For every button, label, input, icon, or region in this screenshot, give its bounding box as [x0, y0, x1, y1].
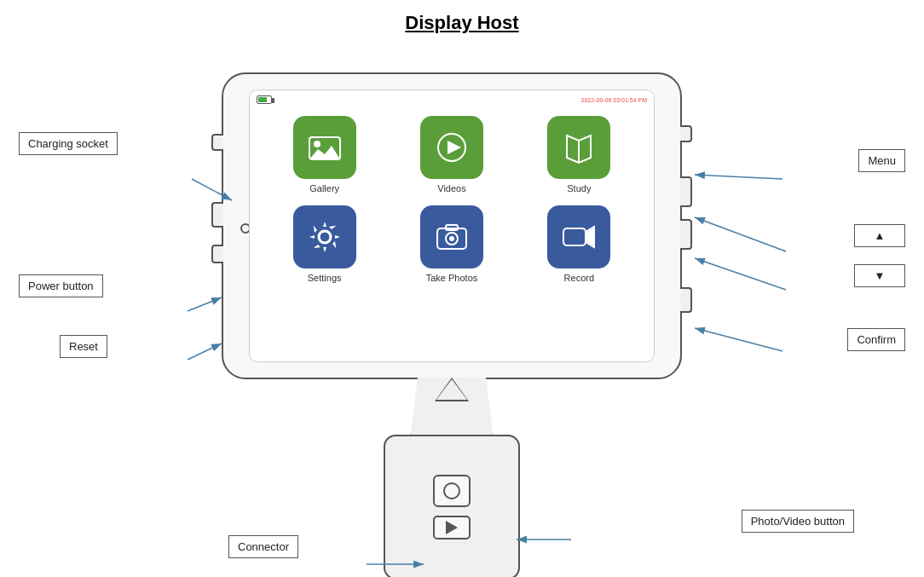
svg-point-7: [321, 234, 328, 240]
up-arrow-label: ▲: [854, 224, 905, 247]
down-arrow-label: ▼: [854, 264, 905, 287]
confirm-label: Confirm: [847, 328, 905, 351]
app-videos-icon: [420, 116, 483, 179]
video-play-icon: [446, 521, 458, 534]
confirm-button-port: [680, 287, 692, 313]
device-screen: 2022-09-06 03:01:54 PM Gallery: [249, 89, 655, 362]
up-button-port: [680, 176, 692, 207]
screen-time: 2022-09-06 03:01:54 PM: [581, 97, 647, 103]
svg-marker-3: [448, 141, 461, 154]
down-button-port: [680, 219, 692, 250]
base-video-icon-container: [433, 516, 471, 539]
app-take-photos-label: Take Photos: [426, 273, 478, 283]
app-grid: Gallery Videos: [250, 109, 654, 290]
reset-button-port: [211, 245, 223, 263]
app-record-label: Record: [564, 273, 594, 283]
svg-line-20: [695, 175, 783, 179]
power-button-port: [211, 202, 223, 228]
menu-button-port: [680, 125, 692, 142]
app-record[interactable]: Record: [522, 205, 637, 283]
charging-socket-port: [211, 134, 223, 151]
reset-label: Reset: [60, 335, 107, 358]
svg-line-22: [695, 258, 786, 290]
app-take-photos-icon: [420, 205, 483, 268]
stand-triangle-inner: [436, 379, 467, 400]
base-camera-icon: [433, 475, 471, 507]
app-settings[interactable]: Settings: [267, 205, 382, 283]
charging-socket-label: Charging socket: [19, 132, 118, 155]
app-record-icon: [547, 205, 610, 268]
connector-label: Connector: [228, 535, 298, 558]
app-study-label: Study: [567, 183, 591, 193]
app-settings-icon: [293, 205, 356, 268]
page-title: Display Host: [0, 0, 924, 34]
menu-label: Menu: [858, 149, 905, 172]
app-gallery[interactable]: Gallery: [267, 116, 382, 193]
device-body: 2022-09-06 03:01:54 PM Gallery: [222, 72, 682, 379]
app-settings-label: Settings: [308, 273, 342, 283]
app-videos-label: Videos: [437, 183, 465, 193]
app-gallery-label: Gallery: [309, 183, 339, 193]
base-video-icon: [433, 516, 471, 539]
stand-base: [384, 435, 520, 577]
svg-line-18: [188, 297, 222, 311]
app-gallery-icon: [293, 116, 356, 179]
app-study-icon: [547, 116, 610, 179]
app-study[interactable]: Study: [522, 116, 637, 193]
camera-lens: [443, 482, 460, 499]
app-take-photos[interactable]: Take Photos: [394, 205, 509, 283]
svg-line-19: [188, 343, 222, 360]
photo-video-button-label: Photo/Video button: [742, 510, 854, 533]
app-videos[interactable]: Videos: [394, 116, 509, 193]
svg-line-21: [695, 217, 786, 251]
diagram: 2022-09-06 03:01:54 PM Gallery: [0, 47, 924, 575]
battery-icon: [257, 95, 272, 104]
svg-point-10: [449, 236, 454, 241]
svg-point-1: [314, 141, 321, 147]
power-button-label: Power button: [19, 274, 103, 297]
svg-line-23: [695, 328, 783, 351]
svg-rect-12: [563, 228, 586, 245]
screen-header: 2022-09-06 03:01:54 PM: [250, 90, 654, 109]
